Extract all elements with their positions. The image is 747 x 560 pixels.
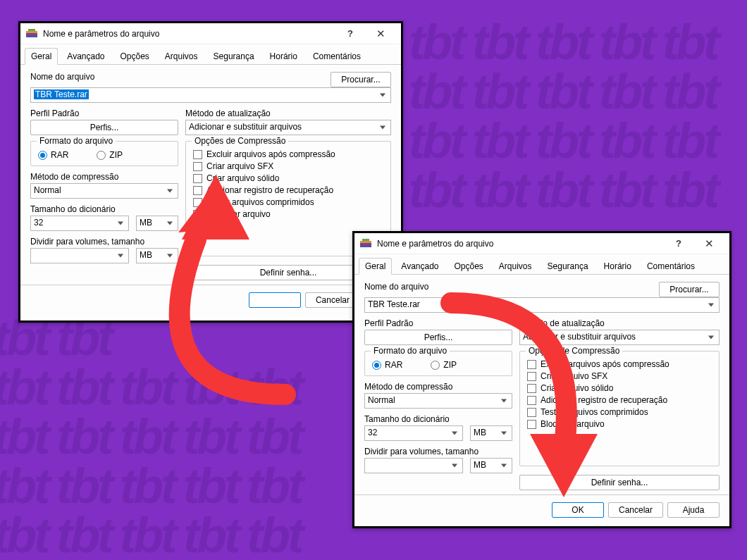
checkbox-lock-archive[interactable]: Bloquear arquivo <box>527 419 712 429</box>
update-method-select[interactable]: Adicionar e substituir arquivos <box>519 330 720 345</box>
winrar-archive-dialog-1: Nome e parâmetros do arquivo ? ✕ Geral A… <box>18 21 403 323</box>
titlebar[interactable]: Nome e parâmetros do arquivo ? ✕ <box>20 23 401 44</box>
help-button[interactable]: Ajuda <box>667 502 720 518</box>
checkbox-lock-archive[interactable]: Bloquear arquivo <box>193 209 383 219</box>
checkbox-solid-archive[interactable]: Criar arquivo sólido <box>527 383 712 393</box>
window-title: Nome e parâmetros do arquivo <box>377 239 665 249</box>
tab-opcoes[interactable]: Opções <box>114 48 156 65</box>
titlebar-close-button[interactable]: ✕ <box>693 234 725 254</box>
split-unit-select[interactable]: MB <box>136 248 178 263</box>
tab-seguranca[interactable]: Segurança <box>207 48 261 65</box>
ok-button[interactable]: OK <box>552 502 604 518</box>
set-password-button[interactable]: Definir senha... <box>519 475 720 490</box>
update-method-label: Método de atualização <box>185 108 391 118</box>
svg-rect-7 <box>360 246 371 247</box>
dictionary-size-label: Tamanho do dicionário <box>364 414 512 424</box>
dialog-content: Nome do arquivo Procurar... TBR Teste.ra… <box>20 65 401 285</box>
archive-format-group: Formato do arquivo RAR ZIP <box>30 141 178 166</box>
profile-label: Perfil Padrão <box>30 108 178 118</box>
svg-rect-3 <box>26 36 37 37</box>
profile-label: Perfil Padrão <box>364 318 512 328</box>
archive-name-input[interactable]: TBR Teste.rar <box>364 297 720 313</box>
radio-zip[interactable]: ZIP <box>97 150 123 160</box>
tab-comentarios[interactable]: Comentários <box>641 258 701 275</box>
tab-avancado[interactable]: Avançado <box>395 258 445 275</box>
window-title: Nome e parâmetros do arquivo <box>43 29 336 39</box>
split-size-select[interactable] <box>364 458 463 473</box>
browse-button[interactable]: Procurar... <box>331 72 391 87</box>
titlebar-help-button[interactable]: ? <box>336 24 364 44</box>
checkbox-recovery-record[interactable]: Adicionar registro de recuperação <box>193 185 383 195</box>
tab-geral[interactable]: Geral <box>359 258 392 275</box>
tab-avancado[interactable]: Avançado <box>61 48 111 65</box>
compression-options-group-title: Opções de Compressão <box>192 136 288 146</box>
archive-format-group-title: Formato do arquivo <box>371 346 450 356</box>
compression-method-label: Método de compressão <box>364 382 512 392</box>
checkbox-delete-after[interactable]: Excluir arquivos após compressão <box>193 149 383 159</box>
update-method-label: Método de atualização <box>519 318 720 328</box>
archive-name-label: Nome do arquivo <box>364 282 652 292</box>
tab-strip: Geral Avançado Opções Arquivos Segurança… <box>354 254 729 275</box>
compression-options-group-title: Opções de Compressão <box>526 346 622 356</box>
checkbox-test-archived[interactable]: Testar arquivos comprimidos <box>193 197 383 207</box>
profiles-button[interactable]: Perfis... <box>30 120 178 135</box>
archive-name-value: TBR Teste.rar <box>368 299 420 309</box>
titlebar-close-button[interactable]: ✕ <box>364 24 397 44</box>
checkbox-create-sfx[interactable]: Criar arquivo SFX <box>193 161 383 171</box>
winrar-archive-dialog-2: Nome e parâmetros do arquivo ? ✕ Geral A… <box>352 231 731 528</box>
checkbox-delete-after[interactable]: Excluir arquivos após compressão <box>527 359 712 369</box>
compression-options-group: Opções de Compressão Excluir arquivos ap… <box>519 351 720 466</box>
dictionary-size-label: Tamanho do dicionário <box>30 204 178 214</box>
tab-seguranca[interactable]: Segurança <box>541 258 595 275</box>
tab-arquivos[interactable]: Arquivos <box>159 48 204 65</box>
checkbox-solid-archive[interactable]: Criar arquivo sólido <box>193 173 383 183</box>
titlebar[interactable]: Nome e parâmetros do arquivo ? ✕ <box>354 233 729 254</box>
tab-geral[interactable]: Geral <box>25 48 58 65</box>
svg-rect-5 <box>360 241 371 243</box>
button-bar: Cancelar A <box>20 285 401 315</box>
button-bar: OK Cancelar Ajuda <box>354 494 729 525</box>
update-method-select[interactable]: Adicionar e substituir arquivos <box>185 120 391 135</box>
tab-strip: Geral Avançado Opções Arquivos Segurança… <box>20 44 401 65</box>
tab-arquivos[interactable]: Arquivos <box>493 258 538 275</box>
split-unit-select[interactable]: MB <box>470 458 512 473</box>
winrar-app-icon <box>26 29 37 39</box>
ok-button[interactable] <box>249 292 301 308</box>
checkbox-create-sfx[interactable]: Criar arquivo SFX <box>527 371 712 381</box>
checkbox-test-archived[interactable]: Testar arquivos comprimidos <box>527 407 712 417</box>
cancel-button[interactable]: Cancelar <box>608 502 663 518</box>
checkbox-recovery-record[interactable]: Adicionar registro de recuperação <box>527 395 712 405</box>
radio-rar[interactable]: RAR <box>38 150 68 160</box>
tab-opcoes[interactable]: Opções <box>448 258 490 275</box>
archive-format-group-title: Formato do arquivo <box>37 136 116 146</box>
archive-name-input[interactable]: TBR Teste.rar <box>30 87 391 103</box>
dictionary-size-select[interactable]: 32 <box>30 216 129 231</box>
dialog-content: Nome do arquivo Procurar... TBR Teste.ra… <box>354 275 729 494</box>
archive-name-value: TBR Teste.rar <box>34 89 89 99</box>
svg-rect-2 <box>28 29 35 31</box>
tab-comentarios[interactable]: Comentários <box>307 48 367 65</box>
browse-button[interactable]: Procurar... <box>659 282 720 297</box>
split-size-select[interactable] <box>30 248 129 263</box>
dictionary-size-select[interactable]: 32 <box>364 425 463 441</box>
archive-format-group: Formato do arquivo RAR ZIP <box>364 351 512 376</box>
svg-rect-6 <box>362 239 369 241</box>
radio-zip[interactable]: ZIP <box>431 360 457 370</box>
winrar-app-icon <box>360 239 371 249</box>
titlebar-help-button[interactable]: ? <box>665 234 693 254</box>
archive-name-label: Nome do arquivo <box>30 72 323 82</box>
split-volumes-label: Dividir para volumes, tamanho <box>364 447 512 456</box>
dictionary-unit-select[interactable]: MB <box>136 216 178 231</box>
tab-horario[interactable]: Horário <box>598 258 638 275</box>
compression-method-select[interactable]: Normal <box>30 183 178 199</box>
compression-method-label: Método de compressão <box>30 172 178 182</box>
tab-horario[interactable]: Horário <box>264 48 304 65</box>
profiles-button[interactable]: Perfis... <box>364 330 512 345</box>
split-volumes-label: Dividir para volumes, tamanho <box>30 237 178 247</box>
dictionary-unit-select[interactable]: MB <box>470 425 512 441</box>
radio-rar[interactable]: RAR <box>372 360 402 370</box>
svg-rect-1 <box>26 31 37 33</box>
compression-method-select[interactable]: Normal <box>364 393 512 409</box>
